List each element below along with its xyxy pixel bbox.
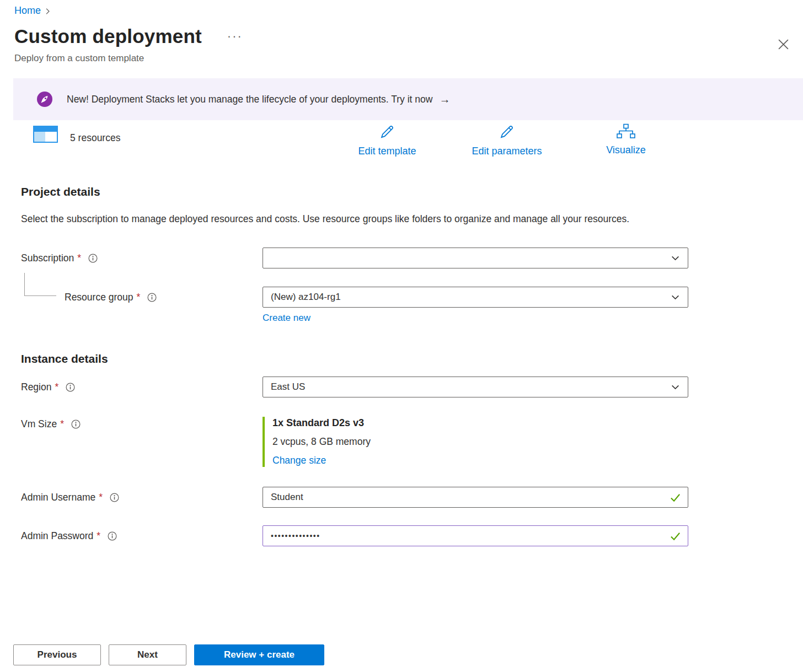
info-icon[interactable]: [88, 254, 98, 263]
banner-try-it-now-link[interactable]: Try it now: [391, 94, 432, 105]
pencil-icon[interactable]: [379, 123, 395, 142]
edit-parameters-label[interactable]: Edit parameters: [472, 146, 542, 157]
visualize-button[interactable]: Visualize: [593, 123, 659, 156]
edit-template-button[interactable]: Edit template: [349, 123, 426, 157]
vm-size-row: Vm Size * 1x Standard D2s v3 2 vcpus, 8 …: [21, 417, 782, 467]
org-chart-icon[interactable]: [616, 123, 636, 141]
region-row: Region * East US: [21, 377, 782, 397]
edit-parameters-button[interactable]: Edit parameters: [463, 123, 550, 157]
admin-username-label: Admin Username: [21, 492, 95, 503]
required-asterisk: *: [99, 492, 103, 503]
visualize-label[interactable]: Visualize: [606, 144, 646, 156]
breadcrumb-home-link[interactable]: Home: [14, 5, 41, 17]
project-details-description: Select the subscription to manage deploy…: [21, 211, 655, 228]
vm-size-specs: 2 vcpus, 8 GB memory: [272, 436, 688, 448]
connector-line: [24, 273, 56, 296]
required-asterisk: *: [60, 418, 64, 430]
create-new-link[interactable]: Create new: [263, 313, 311, 324]
chevron-down-icon[interactable]: [671, 293, 680, 302]
info-icon[interactable]: [108, 531, 117, 541]
region-label: Region: [21, 381, 51, 393]
template-action-bar: 5 resources Edit template Edit parameter…: [0, 123, 803, 163]
region-value: East US: [271, 381, 305, 393]
resources-count-label: 5 resources: [70, 132, 120, 145]
previous-button[interactable]: Previous: [13, 644, 101, 665]
template-resources: 5 resources: [33, 126, 120, 145]
required-asterisk: *: [77, 252, 81, 264]
breadcrumb: Home: [14, 4, 790, 17]
info-icon[interactable]: [110, 493, 119, 502]
page-subtitle: Deploy from a custom template: [14, 53, 790, 64]
project-details-heading: Project details: [21, 185, 782, 198]
admin-username-row: Admin Username *: [21, 487, 782, 508]
chevron-down-icon[interactable]: [671, 254, 680, 263]
admin-password-label: Admin Password: [21, 530, 93, 542]
chevron-down-icon[interactable]: [671, 383, 680, 392]
deployment-stacks-banner: New! Deployment Stacks let you manage th…: [13, 78, 803, 120]
rocket-icon: [37, 92, 52, 107]
region-dropdown[interactable]: East US: [263, 377, 688, 397]
resource-group-value: (New) az104-rg1: [271, 292, 341, 303]
valid-check-icon: [670, 492, 681, 506]
admin-password-input[interactable]: [263, 525, 688, 546]
subscription-row: Subscription *: [21, 248, 782, 268]
close-icon[interactable]: [774, 35, 792, 53]
vm-size-summary: 1x Standard D2s v3 2 vcpus, 8 GB memory …: [263, 417, 688, 467]
subscription-label: Subscription: [21, 252, 74, 264]
more-options-button[interactable]: ···: [227, 29, 243, 44]
subscription-dropdown[interactable]: [263, 248, 688, 268]
admin-username-input[interactable]: [263, 487, 688, 508]
page-header: Home Custom deployment ··· Deploy from a…: [0, 0, 803, 64]
banner-arrow-icon[interactable]: →: [439, 93, 450, 106]
pencil-icon[interactable]: [499, 123, 515, 142]
breadcrumb-chevron-icon: [44, 8, 51, 15]
footer-actions: Previous Next Review + create: [13, 644, 324, 665]
edit-template-label[interactable]: Edit template: [358, 146, 416, 157]
admin-password-row: Admin Password *: [21, 525, 782, 546]
vm-size-label: Vm Size: [21, 418, 57, 430]
vm-size-value: 1x Standard D2s v3: [272, 417, 688, 429]
required-asterisk: *: [137, 292, 141, 303]
resource-group-label: Resource group: [65, 292, 133, 303]
required-asterisk: *: [55, 381, 58, 393]
project-details-form: Subscription * Resource group *: [21, 248, 782, 324]
resource-group-row: Resource group * (New) az104-rg1: [21, 287, 782, 308]
valid-check-icon: [670, 530, 681, 544]
info-icon[interactable]: [71, 420, 81, 429]
banner-message: New! Deployment Stacks let you manage th…: [67, 94, 389, 105]
resource-group-dropdown[interactable]: (New) az104-rg1: [263, 287, 688, 308]
change-size-link[interactable]: Change size: [272, 455, 326, 466]
page-title: Custom deployment: [14, 25, 202, 47]
required-asterisk: *: [97, 530, 100, 542]
instance-details-heading: Instance details: [21, 352, 782, 365]
resource-group-icon: [33, 126, 58, 145]
review-create-button[interactable]: Review + create: [194, 644, 324, 665]
info-icon[interactable]: [147, 293, 157, 302]
info-icon[interactable]: [66, 383, 75, 392]
next-button[interactable]: Next: [109, 644, 186, 665]
